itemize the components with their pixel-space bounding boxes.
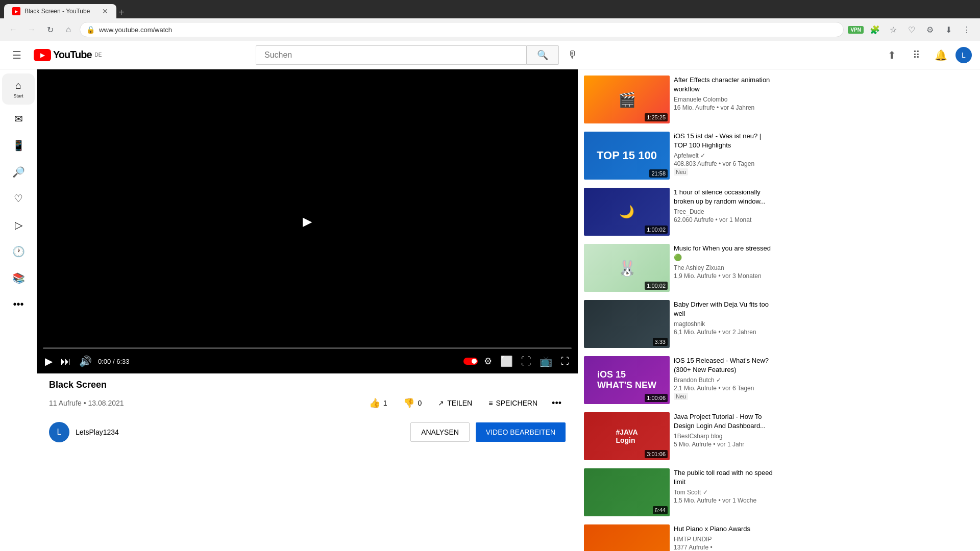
- dislike-button[interactable]: 👎 0: [397, 394, 428, 412]
- analyze-button[interactable]: ANALYSEN: [410, 422, 470, 442]
- action-buttons: ANALYSEN VIDEO BEARBEITEN: [410, 422, 566, 442]
- recommendation-info: Java Project Tutorial - How To Design Lo…: [674, 412, 776, 460]
- video-info: Black Screen 11 Aufrufe • 13.08.2021 👍 1…: [37, 373, 578, 418]
- search-button[interactable]: 🔍: [526, 45, 559, 65]
- search-input[interactable]: [256, 45, 526, 65]
- youtube-main: ⌂ Start ✉ 📱 🔎 ♡ ▷ 🕐: [0, 69, 980, 551]
- play-pause-button[interactable]: ▶: [43, 353, 55, 369]
- more-actions-button[interactable]: •••: [548, 395, 566, 412]
- youtube-header: ☰ YouTube DE 🔍 🎙 ⬆ ⠿ 🔔 L: [0, 41, 980, 69]
- sidebar-item-message[interactable]: ✉: [2, 107, 35, 131]
- forward-button[interactable]: →: [24, 22, 39, 37]
- download-button[interactable]: ⬇: [941, 22, 955, 37]
- thumbnail-container: 🌙 1:00:02: [584, 188, 670, 236]
- cast-button[interactable]: 📺: [537, 353, 554, 369]
- miniplayer-button[interactable]: ⛶: [519, 354, 533, 369]
- recommended-item[interactable]: 6:44 The public toll road with no speed …: [582, 466, 778, 518]
- video-duration: 1:25:25: [645, 113, 668, 121]
- recommended-item[interactable]: TOP 15 100 21:58 iOS 15 ist da! - Was is…: [582, 130, 778, 182]
- recommendation-title: iOS 15 Released - What's New? (300+ New …: [674, 356, 776, 374]
- phone-icon: 📱: [12, 139, 25, 152]
- channel-avatar: L: [49, 422, 69, 442]
- channel-name[interactable]: LetsPlay1234: [76, 428, 119, 436]
- toggle-pill[interactable]: [463, 358, 478, 365]
- fullscreen-button[interactable]: ⛶: [558, 354, 572, 369]
- extensions-button[interactable]: 🧩: [868, 22, 882, 37]
- play-button-overlay[interactable]: ▶: [290, 209, 325, 234]
- toggle-circle: [472, 359, 477, 364]
- recommendation-title: 1 hour of silence occasionally broken up…: [674, 188, 776, 206]
- recommendation-channel: Apfelwelt ✓: [674, 152, 776, 159]
- recommendation-title: Baby Driver with Deja Vu fits too well: [674, 300, 776, 318]
- thumbnail-container: 3:33: [584, 300, 670, 348]
- progress-bar[interactable]: [43, 347, 572, 349]
- recommendation-info: 1 hour of silence occasionally broken up…: [674, 188, 776, 236]
- address-bar[interactable]: 🔒 www.youtube.com/watch: [80, 22, 844, 37]
- recommended-item[interactable]: 🐰 1:00:02 Music for When you are stresse…: [582, 242, 778, 294]
- search-container: 🔍 🎙: [256, 45, 582, 65]
- sidebar-item-explore[interactable]: 🔎: [2, 160, 35, 184]
- sidebar-item-home[interactable]: ⌂ Start: [2, 73, 35, 105]
- menu-button[interactable]: ⋮: [960, 22, 974, 37]
- new-tab-button[interactable]: +: [118, 7, 125, 18]
- video-player[interactable]: ▶ ▶ ⏭ 🔊 0:00 / 6:33: [37, 69, 578, 373]
- thumbs-down-icon: 👎: [403, 397, 414, 409]
- recommendation-info: iOS 15 ist da! - Was ist neu? | TOP 100 …: [674, 132, 776, 180]
- recommendation-title: Java Project Tutorial - How To Design Lo…: [674, 412, 776, 431]
- back-button[interactable]: ←: [6, 22, 20, 37]
- sidebar-item-library[interactable]: 📚: [2, 266, 35, 290]
- like-button[interactable]: 👍 1: [363, 394, 394, 412]
- settings-button[interactable]: ⚙: [482, 354, 494, 369]
- next-button[interactable]: ⏭: [59, 354, 73, 369]
- heart-button[interactable]: ♡: [904, 22, 919, 37]
- tab-title: Black Screen - YouTube: [24, 8, 98, 15]
- recommended-item[interactable]: #JAVALogin 3:01:06 Java Project Tutorial…: [582, 410, 778, 462]
- bookmark-button[interactable]: ☆: [886, 22, 900, 37]
- time-display: 0:00 / 6:33: [98, 358, 129, 365]
- recommendation-channel: Tree_Dude: [674, 208, 776, 215]
- recommendation-meta: 6,1 Mio. Aufrufe • vor 2 Jahren: [674, 329, 776, 336]
- theater-button[interactable]: ⬜: [498, 353, 515, 369]
- recommendation-channel: 1BestCsharp blog: [674, 433, 776, 440]
- mic-button[interactable]: 🎙: [563, 45, 582, 65]
- apps-button[interactable]: ⠿: [906, 45, 927, 65]
- edit-video-button[interactable]: VIDEO BEARBEITEN: [476, 422, 566, 442]
- settings-button[interactable]: ⚙: [923, 22, 937, 37]
- user-avatar[interactable]: L: [955, 47, 972, 63]
- video-duration: 1:00:06: [645, 394, 668, 402]
- youtube-logo[interactable]: YouTube DE: [34, 49, 102, 61]
- home-button[interactable]: ⌂: [61, 22, 76, 37]
- youtube-sidebar: ⌂ Start ✉ 📱 🔎 ♡ ▷ 🕐: [0, 69, 37, 551]
- hamburger-menu[interactable]: ☰: [8, 45, 26, 65]
- recommendation-info: iOS 15 Released - What's New? (300+ New …: [674, 356, 776, 404]
- tab-close-button[interactable]: ✕: [102, 7, 108, 15]
- notifications-button[interactable]: 🔔: [931, 45, 951, 65]
- sidebar-item-liked[interactable]: ♡: [2, 186, 35, 211]
- youtube-logo-icon: [34, 49, 51, 61]
- video-duration: 1:00:02: [645, 226, 668, 234]
- recommended-item[interactable]: iOS 15WHAT'S NEW 1:00:06 iOS 15 Released…: [582, 354, 778, 406]
- sidebar-item-subscriptions[interactable]: ▷: [2, 213, 35, 237]
- sidebar-item-more[interactable]: •••: [2, 292, 35, 316]
- sidebar-item-phone[interactable]: 📱: [2, 133, 35, 158]
- share-button[interactable]: ↗ TEILEN: [432, 396, 478, 410]
- thumbs-up-icon: 👍: [369, 397, 380, 409]
- recommended-item[interactable]: 🎬 1:25:25 After Effects character animat…: [582, 73, 778, 126]
- recommendation-meta: 1,9 Mio. Aufrufe • vor 3 Monaten: [674, 272, 776, 280]
- recommended-item[interactable]: Hut Piano x Piano Awards HMTP UNDIP 1377…: [582, 522, 778, 551]
- recommended-item[interactable]: 3:33 Baby Driver with Deja Vu fits too w…: [582, 298, 778, 350]
- upload-button[interactable]: ⬆: [882, 45, 902, 65]
- play-icon: ▶: [303, 214, 312, 229]
- explore-icon: 🔎: [12, 166, 25, 178]
- recommendation-meta: 16 Mio. Aufrufe • vor 4 Jahren: [674, 104, 776, 111]
- save-button[interactable]: ≡ SPEICHERN: [482, 396, 544, 410]
- recommendation-channel: Brandon Butch ✓: [674, 377, 776, 384]
- video-duration: 6:44: [653, 506, 668, 514]
- autoplay-toggle[interactable]: [463, 358, 478, 365]
- recommended-item[interactable]: 🌙 1:00:02 1 hour of silence occasionally…: [582, 186, 778, 238]
- reload-button[interactable]: ↻: [43, 22, 57, 37]
- volume-button[interactable]: 🔊: [77, 353, 94, 369]
- active-tab[interactable]: Black Screen - YouTube ✕: [4, 4, 116, 18]
- sidebar-item-history[interactable]: 🕐: [2, 239, 35, 264]
- browser-tabs: Black Screen - YouTube ✕ +: [0, 0, 980, 18]
